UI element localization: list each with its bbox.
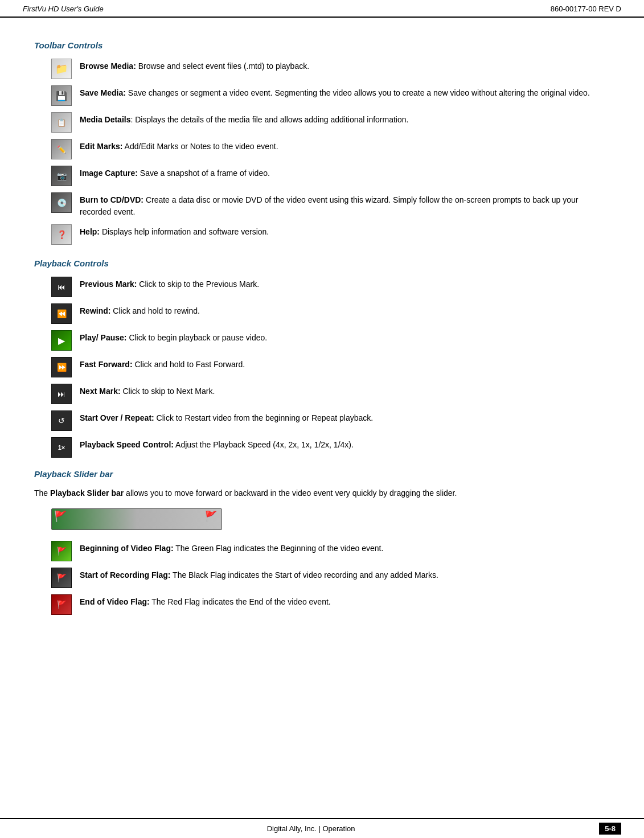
playback-controls-heading: Playback Controls (34, 258, 610, 268)
toolbar-item: 📁Browse Media: Browse and select event f… (34, 58, 610, 79)
playback-item: ↺Start Over / Repeat: Click to Restart v… (34, 410, 610, 431)
slider-bar-visual: 🚩 🚩 (51, 508, 222, 530)
toolbar-item: 💾Save Media: Save changes or segment a v… (34, 85, 610, 106)
flag-item: 🚩End of Video Flag: The Red Flag indicat… (34, 594, 610, 615)
playback-item: ⏪Rewind: Click and hold to rewind. (34, 303, 610, 324)
slider-right-flag: 🚩 (204, 510, 217, 523)
slider-bar-image: 🚩 🚩 (34, 508, 610, 530)
help-icon: ❓ (51, 224, 72, 245)
playback-item-text: Next Mark: Click to skip to Next Mark. (80, 383, 610, 397)
slider-left-flag: 🚩 (54, 510, 67, 523)
footer-text: Digital Ally, Inc. | Operation (23, 824, 599, 833)
toolbar-controls-heading: Toolbar Controls (34, 40, 610, 50)
footer-page-number: 5-8 (599, 823, 621, 835)
fast-forward-icon: ⏩ (51, 357, 72, 377)
slider-section: Playback Slider bar The Playback Slider … (34, 469, 610, 615)
page-header: FirstVu HD User's Guide 860-00177-00 REV… (0, 0, 644, 18)
playback-item-text: Previous Mark: Click to skip to the Prev… (80, 276, 610, 290)
end-flag-icon: 🚩 (51, 594, 72, 615)
toolbar-item: ❓Help: Displays help information and sof… (34, 224, 610, 245)
toolbar-item-text: Save Media: Save changes or segment a vi… (80, 85, 610, 99)
toolbar-item-text: Image Capture: Save a snapshot of a fram… (80, 165, 610, 179)
toolbar-item-text: Help: Displays help information and soft… (80, 224, 610, 238)
toolbar-item: ✏️Edit Marks: Add/Edit Marks or Notes to… (34, 138, 610, 159)
playback-item-text: Play/ Pause: Click to begin playback or … (80, 330, 610, 344)
toolbar-item-text: Edit Marks: Add/Edit Marks or Notes to t… (80, 138, 610, 153)
playback-item: ⏮Previous Mark: Click to skip to the Pre… (34, 276, 610, 297)
start-over-icon: ↺ (51, 410, 72, 431)
playback-item-text: Start Over / Repeat: Click to Restart vi… (80, 410, 610, 424)
flag-item-text: End of Video Flag: The Red Flag indicate… (80, 594, 610, 608)
toolbar-items-list: 📁Browse Media: Browse and select event f… (34, 58, 610, 245)
browse-media-icon: 📁 (51, 59, 72, 79)
toolbar-item: 📋Media Details: Displays the details of … (34, 112, 610, 133)
play-pause-icon: ▶ (51, 330, 72, 351)
playback-item: ⏩Fast Forward: Click and hold to Fast Fo… (34, 356, 610, 377)
flag-item: 🚩Beginning of Video Flag: The Green Flag… (34, 540, 610, 561)
header-doc-number: 860-00177-00 REV D (551, 5, 621, 13)
playback-item: ▶Play/ Pause: Click to begin playback or… (34, 330, 610, 351)
image-capture-icon: 📷 (51, 166, 72, 186)
toolbar-item: 💿Burn to CD/DVD: Create a data disc or m… (34, 192, 610, 218)
media-details-icon: 📋 (51, 112, 72, 133)
slider-section-heading: Playback Slider bar (34, 469, 610, 479)
main-content: Toolbar Controls 📁Browse Media: Browse a… (0, 18, 644, 655)
toolbar-item-text: Browse Media: Browse and select event fi… (80, 58, 610, 72)
flag-item: 🚩Start of Recording Flag: The Black Flag… (34, 567, 610, 588)
playback-items-list: ⏮Previous Mark: Click to skip to the Pre… (34, 276, 610, 458)
beginning-flag-icon: 🚩 (51, 541, 72, 561)
playback-item-text: Playback Speed Control: Adjust the Playb… (80, 437, 610, 451)
header-title: FirstVu HD User's Guide (23, 5, 104, 13)
playback-item-text: Rewind: Click and hold to rewind. (80, 303, 610, 317)
speed-control-icon: 1× (51, 437, 72, 458)
edit-marks-icon: ✏️ (51, 139, 72, 159)
playback-item: ⏭Next Mark: Click to skip to Next Mark. (34, 383, 610, 404)
flag-item-text: Beginning of Video Flag: The Green Flag … (80, 540, 610, 554)
previous-mark-icon: ⏮ (51, 277, 72, 297)
save-media-icon: 💾 (51, 85, 72, 106)
toolbar-item: 📷Image Capture: Save a snapshot of a fra… (34, 165, 610, 186)
next-mark-icon: ⏭ (51, 384, 72, 404)
start-recording-flag-icon: 🚩 (51, 568, 72, 588)
flag-items-list: 🚩Beginning of Video Flag: The Green Flag… (34, 540, 610, 615)
flag-item-text: Start of Recording Flag: The Black Flag … (80, 567, 610, 581)
page-footer: Digital Ally, Inc. | Operation 5-8 (0, 818, 644, 838)
burn-cd-icon: 💿 (51, 192, 72, 213)
playback-item-text: Fast Forward: Click and hold to Fast For… (80, 356, 610, 371)
toolbar-item-text: Burn to CD/DVD: Create a data disc or mo… (80, 192, 610, 218)
toolbar-item-text: Media Details: Displays the details of t… (80, 112, 610, 126)
rewind-icon: ⏪ (51, 303, 72, 324)
playback-item: 1×Playback Speed Control: Adjust the Pla… (34, 437, 610, 458)
slider-description: The Playback Slider bar allows you to mo… (34, 487, 610, 499)
